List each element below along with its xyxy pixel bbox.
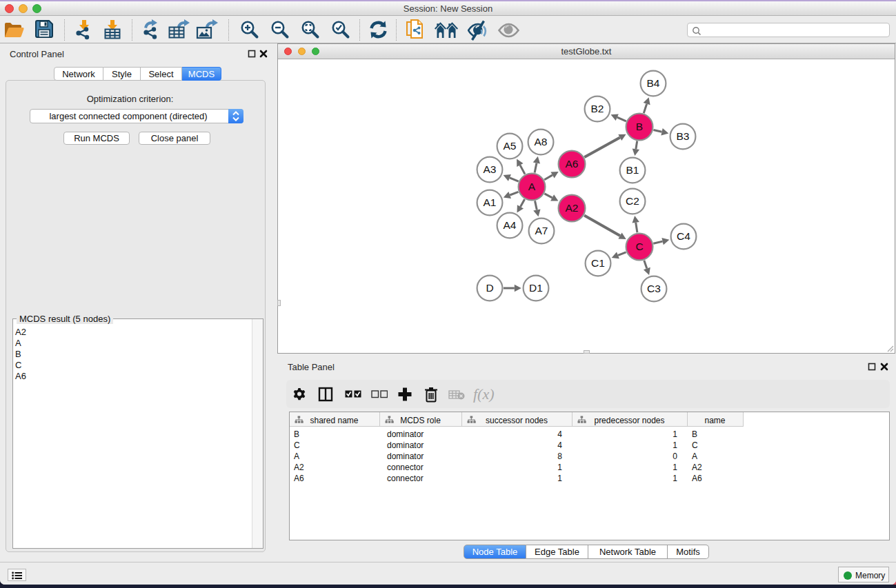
svg-text:A4: A4 xyxy=(504,219,517,231)
svg-text:A6: A6 xyxy=(566,158,579,170)
svg-text:C3: C3 xyxy=(647,283,661,294)
svg-text:A5: A5 xyxy=(504,140,517,152)
svg-text:A3: A3 xyxy=(484,163,497,175)
svg-text:C: C xyxy=(635,241,643,252)
svg-text:B3: B3 xyxy=(677,130,690,142)
svg-text:A: A xyxy=(528,181,536,192)
svg-text:A7: A7 xyxy=(535,225,548,236)
svg-text:B4: B4 xyxy=(647,77,660,89)
svg-text:C4: C4 xyxy=(677,230,690,242)
svg-text:D: D xyxy=(486,282,493,294)
svg-text:D1: D1 xyxy=(529,282,543,294)
svg-text:A2: A2 xyxy=(566,202,579,214)
svg-text:A8: A8 xyxy=(535,136,548,148)
svg-text:C2: C2 xyxy=(626,195,639,207)
svg-text:B1: B1 xyxy=(626,164,639,176)
svg-text:A1: A1 xyxy=(484,196,497,208)
svg-text:B: B xyxy=(636,121,643,132)
svg-text:B2: B2 xyxy=(591,103,604,114)
svg-text:C1: C1 xyxy=(591,257,605,269)
